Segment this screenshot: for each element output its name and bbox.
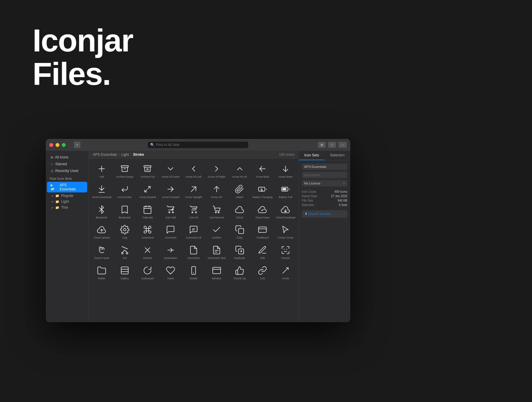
- star-button[interactable]: ☆: [328, 142, 336, 148]
- icon-edit[interactable]: Edit: [251, 242, 274, 262]
- icon-link[interactable]: Link: [251, 263, 274, 283]
- icon-copy[interactable]: Copy: [228, 222, 251, 242]
- search-input[interactable]: [148, 142, 248, 148]
- link-icon: [258, 266, 267, 275]
- icon-comment[interactable]: Comment: [159, 222, 182, 242]
- icon-folder[interactable]: Folder: [90, 263, 113, 283]
- icon-arrow-back[interactable]: Arrow Back: [251, 161, 274, 181]
- icon-cloud[interactable]: Cloud: [228, 202, 251, 222]
- tab-icon-sets[interactable]: Icon Sets: [299, 151, 325, 160]
- icon-gallery[interactable]: Gallery: [113, 263, 136, 283]
- icon-bookmark[interactable]: Bookmark: [113, 202, 136, 222]
- icon-battery-charging[interactable]: Battery Charging: [251, 181, 274, 201]
- icon-cart-normal[interactable]: Cart Normal: [205, 202, 228, 222]
- icon-arrow-expand[interactable]: Arrow Expand: [137, 181, 159, 201]
- cloud-download-icon: [281, 205, 290, 214]
- close-button[interactable]: [49, 143, 53, 147]
- icon-battery-full[interactable]: Battery Full: [274, 181, 297, 201]
- archive-empty-icon: [120, 164, 129, 174]
- icon-duplicate[interactable]: Duplicate: [228, 242, 251, 262]
- folder-icon-2: 📁: [55, 200, 59, 204]
- breadcrumb: APS Essentials › Light › Stroke: [93, 153, 144, 157]
- document-text-icon: [212, 245, 221, 255]
- icon-bluetooth[interactable]: Bluetooth: [90, 202, 113, 222]
- sidebar-item-thin[interactable]: ▶ 📁 Thin: [48, 205, 88, 210]
- icon-thumb-up[interactable]: Thumb Up: [228, 263, 251, 283]
- icon-arrow-alt-right[interactable]: Arrow Alt Right: [205, 161, 228, 181]
- sidebar-item-aps-essentials[interactable]: ▶ 📁 APS Essentials: [47, 182, 87, 192]
- icon-confirm[interactable]: Confirm: [205, 222, 228, 242]
- set-name-field[interactable]: [302, 163, 347, 170]
- icon-heart[interactable]: Heart: [159, 263, 182, 283]
- icon-faceid[interactable]: Faceid: [274, 242, 297, 262]
- icon-cart-add[interactable]: Cart Add: [159, 202, 182, 222]
- icon-destination[interactable]: Destination: [159, 242, 182, 262]
- icon-command[interactable]: Command: [137, 222, 159, 242]
- arrow-download-icon: [97, 184, 106, 194]
- icon-arrow-topright[interactable]: Arrow Topright: [182, 181, 205, 201]
- icon-calendar[interactable]: Calendar: [137, 202, 159, 222]
- icon-document-text[interactable]: Document Text: [205, 242, 228, 262]
- icon-cursor-arrow[interactable]: Cursor Arrow: [274, 222, 297, 242]
- icon-comment-alt[interactable]: Comment Alt: [182, 222, 205, 242]
- export-btn[interactable]: ⬆ Export: IconJar...: [302, 210, 347, 218]
- icon-cloud-download[interactable]: Cloud Download: [274, 202, 297, 222]
- export-button[interactable]: →: [338, 142, 347, 148]
- tab-selection[interactable]: Selection: [325, 151, 350, 160]
- main-layout: ⊞ All Icons ☆ Starred ◷ Recently Used Yo…: [46, 151, 350, 322]
- thumb-up-icon: [235, 266, 244, 275]
- icon-document[interactable]: Document: [182, 242, 205, 262]
- svg-line-11: [191, 187, 196, 192]
- icon-arrow-enter[interactable]: Arrow Enter: [113, 181, 136, 201]
- icon-decline[interactable]: Decline: [137, 242, 159, 262]
- icon-creditcard[interactable]: Creditcard: [251, 222, 274, 242]
- sidebar-item-all-icons[interactable]: ⊞ All Icons: [47, 154, 87, 161]
- license-select[interactable]: No License: [302, 180, 347, 187]
- search-icon: 🔍: [150, 143, 155, 147]
- cursor-arrow-icon: [281, 225, 290, 234]
- icon-window[interactable]: Window: [205, 263, 228, 283]
- icon-arrow-forward[interactable]: Arrow Forward: [159, 181, 182, 201]
- sidebar-item-recently-used[interactable]: ◷ Recently Used: [47, 168, 87, 174]
- sidebar: ⊞ All Icons ☆ Starred ◷ Recently Used Yo…: [46, 151, 89, 322]
- icon-archive-empty[interactable]: Archive Empty: [113, 161, 136, 181]
- maximize-button[interactable]: [62, 143, 66, 147]
- icon-arrow-download[interactable]: Arrow Download: [90, 181, 113, 201]
- sidebar-item-light[interactable]: ▶ 📁 Light: [48, 199, 88, 205]
- cut-icon: [120, 245, 129, 255]
- sidebar-item-starred[interactable]: ☆ Starred: [47, 161, 87, 167]
- right-panel-tabs: Icon Sets Selection: [299, 151, 350, 161]
- cart-alt-icon: [189, 205, 198, 214]
- icon-arrow-down[interactable]: Arrow Down: [274, 161, 297, 181]
- icon-archive-full[interactable]: Archive Full: [137, 161, 159, 181]
- add-button[interactable]: +: [74, 142, 80, 148]
- svg-rect-2: [121, 166, 128, 167]
- document-icon: [189, 245, 198, 255]
- icon-cut[interactable]: Cut: [113, 242, 136, 262]
- svg-point-53: [286, 249, 287, 250]
- icon-arrow-alt-down[interactable]: Arrow Alt Down: [159, 161, 182, 181]
- sidebar-item-regular[interactable]: ▶ 📁 Regular: [48, 193, 88, 199]
- icon-arrow-misc[interactable]: Arrow: [274, 263, 297, 283]
- arrow-expand-icon: [143, 184, 152, 194]
- svg-rect-3: [144, 166, 151, 167]
- icon-cursor-hand[interactable]: Cursor Hand: [90, 242, 113, 262]
- minimize-button[interactable]: [56, 143, 59, 147]
- icon-cloud-done[interactable]: Cloud Done: [251, 202, 274, 222]
- icon-arrow-alt-left[interactable]: Arrow Alt Left: [182, 161, 205, 181]
- icon-arrow-alt-up[interactable]: Arrow Alt UP: [228, 161, 251, 181]
- svg-point-23: [172, 212, 173, 213]
- icon-cloud-upload[interactable]: Cloud Upload: [90, 222, 113, 242]
- icon-cog[interactable]: Cog: [113, 222, 136, 242]
- icon-add[interactable]: Add: [90, 161, 113, 181]
- mask-button[interactable]: ⊕: [318, 142, 326, 148]
- icon-mobile[interactable]: Mobile: [182, 263, 205, 283]
- icon-goforward[interactable]: Goforward: [137, 263, 159, 283]
- bookmark-icon: [120, 205, 129, 214]
- breadcrumb-sep-1: ›: [119, 153, 120, 157]
- icon-attach[interactable]: Attach: [228, 181, 251, 201]
- description-field[interactable]: [302, 172, 347, 178]
- icon-arrow-up[interactable]: Arrow UP: [205, 181, 228, 201]
- icon-cart-alt[interactable]: Cart Alt: [182, 202, 205, 222]
- arrow-topright-icon: [189, 184, 198, 194]
